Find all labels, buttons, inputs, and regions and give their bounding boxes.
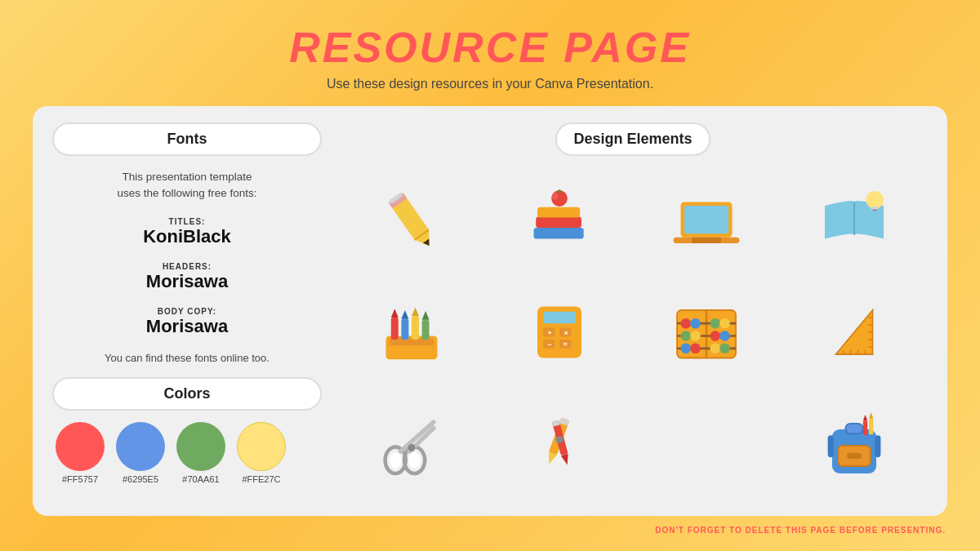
element-compass-pencil: [486, 388, 634, 500]
svg-point-80: [555, 436, 563, 443]
element-books-apple: [486, 164, 634, 276]
svg-marker-89: [863, 415, 867, 420]
color-hex-yellow: #FFE27C: [242, 474, 280, 484]
svg-point-53: [681, 343, 692, 353]
svg-rect-87: [863, 420, 867, 435]
page-subtitle: Use these design resources in your Canva…: [327, 77, 653, 91]
svg-text:=: =: [563, 340, 567, 349]
svg-point-49: [681, 331, 692, 341]
color-circle-red: [56, 422, 105, 471]
element-book-lightbulb: [781, 164, 929, 276]
svg-rect-82: [845, 423, 863, 433]
svg-rect-6: [533, 228, 583, 239]
svg-point-50: [690, 331, 701, 341]
element-backpack: [781, 388, 929, 500]
color-swatch-green: #70AA61: [176, 422, 225, 484]
color-hex-blue: #6295E5: [122, 474, 158, 484]
element-crayons-box: [338, 276, 486, 388]
svg-point-47: [710, 318, 721, 328]
svg-rect-7: [536, 216, 581, 228]
svg-point-73: [408, 444, 416, 451]
design-elements-grid: + × − =: [338, 164, 928, 500]
element-calculator: + × − =: [486, 276, 634, 388]
page-title: RESOURCE PAGE: [289, 23, 691, 72]
fonts-footer: You can find these fonts online too.: [52, 352, 322, 364]
color-swatch-yellow: #FFE27C: [237, 422, 286, 484]
svg-point-45: [681, 318, 692, 328]
left-panel: Fonts This presentation template uses th…: [52, 122, 322, 500]
color-circle-blue: [116, 422, 165, 471]
color-hex-red: #FF5757: [62, 474, 98, 484]
element-triangle-ruler: [781, 276, 929, 388]
svg-text:×: ×: [564, 328, 568, 336]
svg-rect-88: [869, 418, 873, 434]
font-headers-entry: HEADERS: Morisawa: [52, 262, 322, 292]
svg-rect-24: [402, 318, 409, 339]
design-elements-header: Design Elements: [555, 122, 710, 156]
colors-section: Colors #FF5757 #6295E5 #70AA61 #FFE27C: [52, 377, 322, 484]
svg-marker-57: [835, 310, 872, 354]
svg-rect-26: [412, 316, 419, 340]
svg-marker-29: [422, 310, 430, 319]
svg-marker-90: [869, 412, 873, 418]
svg-rect-84: [847, 452, 862, 458]
svg-rect-31: [543, 311, 576, 322]
element-laptop: [633, 164, 781, 276]
svg-marker-25: [402, 310, 409, 319]
svg-rect-85: [827, 435, 833, 457]
fonts-header: Fonts: [52, 122, 322, 156]
element-pencil: [338, 164, 486, 276]
svg-rect-15: [692, 237, 721, 242]
svg-point-48: [719, 318, 730, 328]
color-swatches: #FF5757 #6295E5 #70AA61 #FFE27C: [52, 422, 322, 484]
color-hex-green: #70AA61: [182, 474, 219, 484]
svg-point-52: [719, 331, 730, 341]
svg-point-17: [866, 191, 884, 209]
color-swatch-red: #FF5757: [56, 422, 105, 484]
font-body-entry: BODY COPY: Morisawa: [52, 307, 322, 337]
fonts-description: This presentation template uses the foll…: [52, 166, 322, 202]
svg-rect-13: [684, 206, 728, 233]
svg-marker-23: [391, 309, 399, 318]
svg-point-54: [690, 343, 701, 353]
svg-point-11: [552, 192, 558, 199]
element-abacus: [633, 276, 781, 388]
svg-point-46: [690, 318, 701, 328]
svg-rect-8: [537, 207, 580, 217]
color-circle-green: [176, 422, 225, 471]
svg-marker-78: [561, 454, 571, 466]
svg-text:−: −: [547, 340, 551, 349]
svg-point-70: [409, 451, 421, 468]
svg-marker-27: [412, 307, 419, 316]
font-titles-entry: TITLES: KoniBlack: [52, 217, 322, 247]
main-card: Fonts This presentation template uses th…: [33, 106, 947, 516]
svg-rect-28: [422, 319, 430, 339]
footer-note: DON'T FORGET TO DELETE THIS PAGE BEFORE …: [33, 521, 947, 535]
svg-point-56: [719, 343, 730, 353]
colors-header: Colors: [52, 377, 322, 411]
svg-point-68: [390, 451, 401, 468]
svg-rect-10: [558, 189, 561, 193]
svg-rect-86: [875, 435, 880, 457]
color-swatch-blue: #6295E5: [116, 422, 165, 484]
right-panel: Design Elements: [338, 122, 928, 500]
color-circle-yellow: [237, 422, 286, 471]
svg-rect-22: [391, 318, 399, 340]
svg-point-51: [710, 331, 721, 341]
svg-point-55: [710, 343, 721, 353]
element-scissors: [338, 388, 486, 500]
element-empty: [633, 388, 781, 500]
svg-text:+: +: [547, 328, 551, 336]
